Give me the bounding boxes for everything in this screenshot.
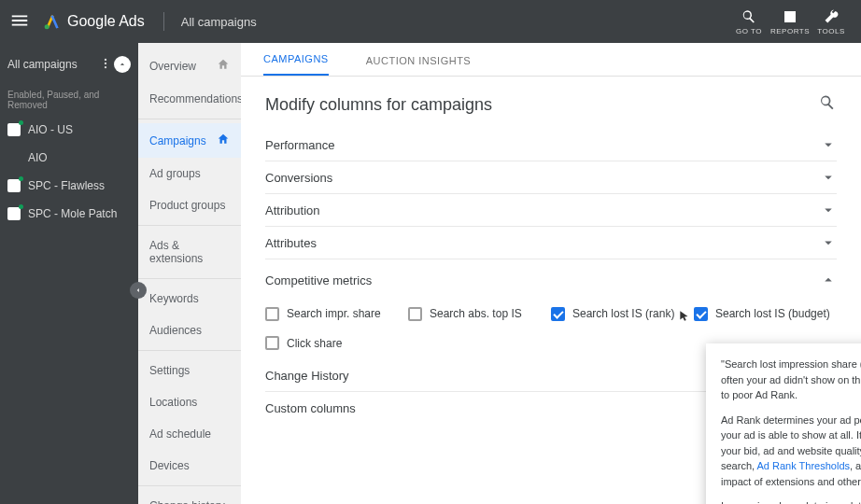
reports-tool[interactable]: REPORTS bbox=[769, 8, 811, 35]
nav-devices[interactable]: Devices bbox=[138, 450, 241, 482]
tab-auction-insights[interactable]: AUCTION INSIGHTS bbox=[366, 55, 472, 76]
account-icon bbox=[7, 179, 21, 192]
nav-collapse-handle[interactable] bbox=[130, 282, 147, 299]
nav-product-groups[interactable]: Product groups bbox=[138, 189, 241, 221]
nav-audiences[interactable]: Audiences bbox=[138, 315, 241, 346]
svg-point-3 bbox=[105, 65, 106, 67]
nav-keywords[interactable]: Keywords bbox=[138, 283, 241, 315]
account-icon bbox=[7, 123, 21, 136]
svg-point-2 bbox=[105, 62, 106, 63]
scope-more-icon[interactable] bbox=[97, 57, 114, 73]
svg-point-0 bbox=[45, 24, 49, 29]
section-conversions[interactable]: Conversions bbox=[265, 161, 837, 193]
ad-rank-thresholds-link[interactable]: Ad Rank Thresholds bbox=[757, 460, 850, 471]
chevron-down-icon bbox=[820, 169, 837, 186]
account-row[interactable]: AIO bbox=[0, 144, 138, 172]
checkbox-icon bbox=[265, 336, 279, 350]
nav-settings[interactable]: Settings bbox=[138, 355, 241, 386]
menu-icon[interactable] bbox=[9, 10, 32, 33]
chevron-up-icon bbox=[820, 272, 837, 288]
breadcrumb[interactable]: All campaigns bbox=[163, 12, 257, 31]
metric-search-abs-top-is[interactable]: Search abs. top IS bbox=[408, 304, 551, 323]
google-ads-icon bbox=[43, 12, 62, 31]
section-attribution[interactable]: Attribution bbox=[265, 194, 837, 226]
product-logo[interactable]: Google Ads bbox=[43, 12, 145, 31]
section-attributes[interactable]: Attributes bbox=[265, 227, 837, 259]
account-row[interactable]: SPC - Flawless bbox=[0, 172, 138, 200]
cursor-icon bbox=[678, 310, 691, 323]
nav-ad-groups[interactable]: Ad groups bbox=[138, 158, 241, 189]
checkbox-icon bbox=[265, 307, 279, 321]
help-tooltip: "Search lost impression share (rank)" es… bbox=[706, 343, 861, 504]
search-icon[interactable] bbox=[818, 93, 837, 116]
page-title: Modify columns for campaigns bbox=[265, 95, 818, 115]
nav-locations[interactable]: Locations bbox=[138, 386, 241, 418]
metric-search-lost-is-rank[interactable]: Search lost IS (rank) bbox=[551, 304, 694, 323]
metric-search-impr-share[interactable]: Search impr. share bbox=[265, 304, 408, 323]
nav-change-history[interactable]: Change history bbox=[138, 490, 241, 504]
top-bar: Google Ads All campaigns GO TO REPORTS T… bbox=[0, 0, 861, 43]
tooltip-paragraph: Ad Rank determines your ad position and … bbox=[721, 413, 861, 490]
content-tabs: CAMPAIGNS AUCTION INSIGHTS bbox=[241, 43, 861, 77]
chevron-down-icon bbox=[820, 136, 837, 153]
goto-tool[interactable]: GO TO bbox=[728, 8, 769, 35]
tab-campaigns[interactable]: CAMPAIGNS bbox=[263, 53, 329, 76]
chevron-down-icon bbox=[820, 202, 837, 218]
chevron-down-icon bbox=[820, 234, 837, 251]
account-row[interactable]: SPC - Mole Patch bbox=[0, 200, 138, 228]
checkbox-icon bbox=[408, 307, 422, 321]
tools-tool[interactable]: TOOLS bbox=[811, 8, 852, 35]
home-icon bbox=[217, 58, 230, 74]
nav-overview[interactable]: Overview bbox=[138, 49, 241, 83]
svg-point-1 bbox=[105, 58, 106, 60]
nav-ads-extensions[interactable]: Ads & extensions bbox=[138, 230, 241, 274]
account-icon bbox=[7, 207, 21, 220]
scope-collapse-icon[interactable] bbox=[114, 56, 131, 73]
secondary-nav: Overview Recommendations Campaigns Ad gr… bbox=[138, 43, 241, 504]
home-icon bbox=[217, 133, 230, 148]
tooltip-paragraph: "Search lost impression share (rank)" es… bbox=[721, 357, 861, 403]
checkbox-icon bbox=[551, 307, 565, 321]
metric-click-share[interactable]: Click share bbox=[265, 336, 408, 350]
content-area: CAMPAIGNS AUCTION INSIGHTS Modify column… bbox=[241, 43, 861, 504]
account-row[interactable]: AIO - US bbox=[0, 116, 138, 144]
nav-ad-schedule[interactable]: Ad schedule bbox=[138, 418, 241, 450]
scope-title[interactable]: All campaigns bbox=[7, 58, 97, 71]
section-competitive-metrics[interactable]: Competitive metrics bbox=[265, 259, 837, 301]
checkbox-icon bbox=[694, 307, 708, 321]
tooltip-paragraph: Impression share data is updated daily. bbox=[721, 498, 861, 504]
section-performance[interactable]: Performance bbox=[265, 129, 837, 161]
scope-filter[interactable]: Enabled, Paused, and Removed bbox=[0, 84, 138, 116]
nav-campaigns[interactable]: Campaigns bbox=[138, 123, 241, 158]
scope-panel: All campaigns Enabled, Paused, and Remov… bbox=[0, 43, 138, 504]
product-name: Google Ads bbox=[67, 13, 145, 30]
nav-recommendations[interactable]: Recommendations bbox=[138, 83, 241, 115]
metric-search-lost-is-budget[interactable]: Search lost IS (budget) bbox=[694, 304, 837, 323]
